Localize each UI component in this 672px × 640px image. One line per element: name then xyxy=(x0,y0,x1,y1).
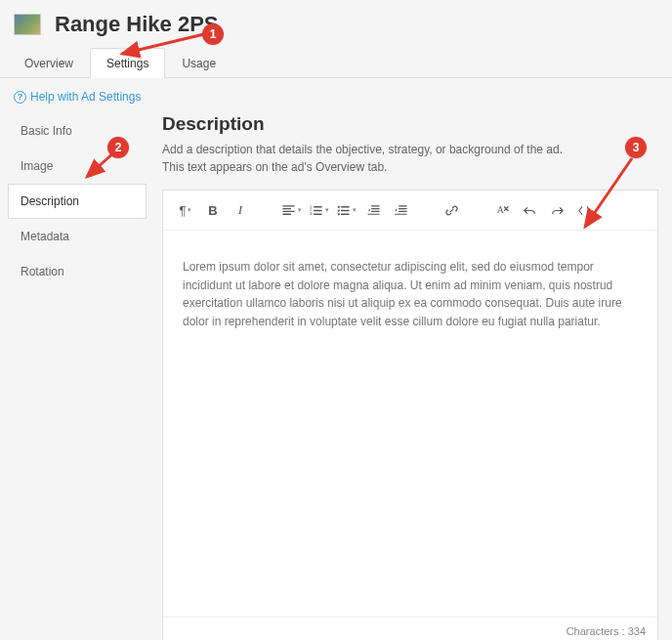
undo-button[interactable] xyxy=(517,198,542,222)
outdent-icon xyxy=(366,203,381,218)
tab-overview[interactable]: Overview xyxy=(8,48,90,78)
section-heading: Description xyxy=(162,113,658,135)
main-tabs: Overview Settings Usage xyxy=(0,47,672,78)
sidebar-item-description[interactable]: Description xyxy=(8,184,147,219)
outdent-button[interactable] xyxy=(360,198,386,222)
paragraph-format-button[interactable]: ¶▾ xyxy=(173,198,198,222)
svg-point-5 xyxy=(337,213,339,215)
settings-sidebar: Basic Info Image Description Metadata Ro… xyxy=(8,113,147,640)
rich-text-editor: ¶▾ B I ▾ 123▾ ▾ xyxy=(162,190,658,640)
editor-toolbar: ¶▾ B I ▾ 123▾ ▾ xyxy=(163,191,657,231)
help-row: ? Help with Ad Settings xyxy=(0,78,672,113)
annotation-badge-3: 3 xyxy=(625,137,647,158)
sidebar-item-metadata[interactable]: Metadata xyxy=(8,219,147,254)
clear-format-icon: A xyxy=(495,203,510,218)
section-description-line2: This text appears on the ad's Overview t… xyxy=(162,158,658,176)
bold-button[interactable]: B xyxy=(200,198,226,222)
code-view-button[interactable] xyxy=(571,198,597,222)
main-layout: Basic Info Image Description Metadata Ro… xyxy=(0,113,672,640)
link-button[interactable] xyxy=(439,198,464,222)
redo-icon xyxy=(550,203,565,218)
editor-footer: Characters : 334 xyxy=(163,617,657,640)
page-title: Range Hike 2PS xyxy=(55,12,219,37)
sidebar-item-rotation[interactable]: Rotation xyxy=(8,254,147,289)
code-icon xyxy=(577,203,592,218)
unordered-list-button[interactable]: ▾ xyxy=(333,198,358,222)
tab-usage[interactable]: Usage xyxy=(165,48,232,78)
char-count-label: Characters xyxy=(567,625,619,637)
annotation-badge-2: 2 xyxy=(107,137,129,158)
ordered-list-button[interactable]: 123▾ xyxy=(306,198,331,222)
section-description-line1: Add a description that details the objec… xyxy=(162,141,658,158)
clear-format-button[interactable]: A xyxy=(489,198,515,222)
svg-text:3: 3 xyxy=(309,212,311,216)
redo-button[interactable] xyxy=(544,198,569,222)
indent-button[interactable] xyxy=(388,198,413,222)
ordered-list-icon: 123 xyxy=(309,203,323,218)
svg-text:A: A xyxy=(496,205,503,215)
link-icon xyxy=(444,203,459,218)
unordered-list-icon xyxy=(336,203,351,218)
char-count-value: 334 xyxy=(628,625,646,637)
svg-point-3 xyxy=(337,205,339,207)
ad-thumbnail xyxy=(14,14,41,35)
annotation-badge-1: 1 xyxy=(202,23,224,45)
align-icon xyxy=(281,203,296,218)
tab-settings[interactable]: Settings xyxy=(90,48,165,78)
help-link[interactable]: ? Help with Ad Settings xyxy=(14,90,141,104)
svg-point-4 xyxy=(337,209,339,211)
page-header: Range Hike 2PS xyxy=(0,0,672,47)
content-panel: Description Add a description that detai… xyxy=(162,113,658,640)
italic-button[interactable]: I xyxy=(228,198,253,222)
help-icon: ? xyxy=(14,91,26,104)
help-link-label: Help with Ad Settings xyxy=(30,90,141,104)
align-button[interactable]: ▾ xyxy=(278,198,304,222)
editor-textarea[interactable]: Lorem ipsum dolor sit amet, consectetur … xyxy=(163,231,657,617)
indent-icon xyxy=(394,203,408,218)
undo-icon xyxy=(523,203,537,218)
